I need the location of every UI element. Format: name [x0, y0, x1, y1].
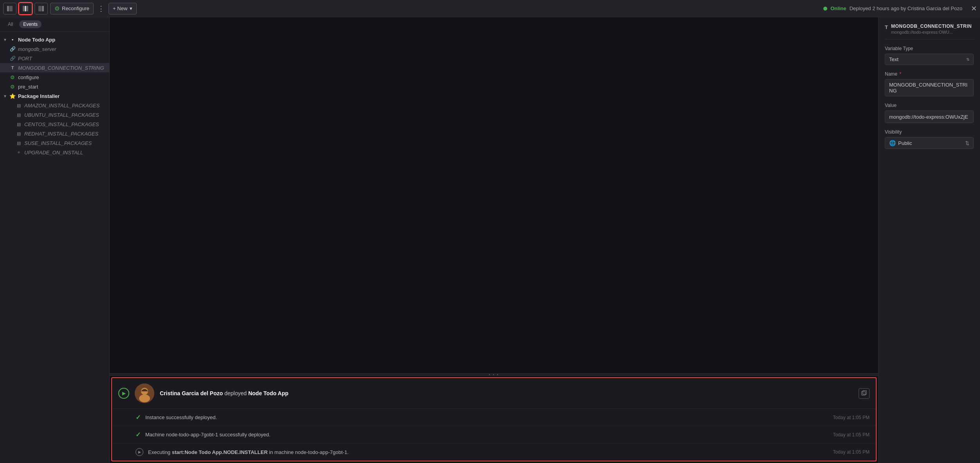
rp-name-input[interactable]: MONGODB_CONNECTION_STRING	[885, 79, 974, 96]
svg-point-9	[139, 394, 150, 402]
gear-icon-pre-start: ⚙	[9, 83, 16, 90]
tree-label-suse: SUSE_INSTALL_PACKAGES	[24, 140, 92, 146]
rp-visibility-select[interactable]: 🌐 Public ⇅	[885, 137, 974, 149]
tree-label-mongodb-server: mongodb_server	[18, 46, 56, 52]
chevron-down-icon: ▼	[3, 38, 7, 42]
play-button[interactable]: ▶	[118, 388, 129, 399]
avatar	[135, 383, 154, 403]
rp-value-input[interactable]: mongodb://todo-express:OWUxZjE	[885, 110, 974, 123]
right-panel: T MONGODB_CONNECTION_STRIN mongodb://tod…	[878, 17, 980, 463]
tree-centos[interactable]: ▤ CENTOS_INSTALL_PACKAGES	[0, 119, 109, 129]
center-panel-toggle[interactable]	[19, 3, 32, 14]
event-app: Node Todo App	[248, 390, 289, 396]
tree-label-upgrade: UPGRADE_ON_INSTALL	[24, 150, 83, 156]
globe-icon: 🌐	[889, 140, 896, 146]
rp-variable-type-field: Variable Type Text ⇅	[885, 46, 974, 65]
more-options-button[interactable]: ⋮	[96, 4, 106, 13]
events-panel: ▶ Cristina Garcia del Pozo	[111, 377, 877, 461]
tree-package-installer[interactable]: ▼ ⭐ Package Installer	[0, 91, 109, 101]
tree-label-port: PORT	[18, 56, 32, 61]
doc-icon-6: ≡	[16, 149, 22, 156]
reconfigure-gear-icon: ⚙	[54, 5, 60, 12]
tree-suse[interactable]: ▤ SUSE_INSTALL_PACKAGES	[0, 138, 109, 148]
tree-mongodb-conn[interactable]: T MONGODB_CONNECTION_STRING	[0, 63, 109, 72]
doc-icon-3: ▤	[16, 121, 22, 127]
center-area: • • • ▶	[110, 17, 878, 463]
left-panel-toggle[interactable]	[3, 3, 16, 14]
rp-select-arrows-icon: ⇅	[966, 57, 969, 61]
right-panel-toggle[interactable]	[34, 3, 48, 14]
rp-visibility-label: Visibility	[885, 129, 974, 135]
drag-handle[interactable]: • • •	[110, 373, 878, 376]
rp-header: T MONGODB_CONNECTION_STRIN mongodb://tod…	[885, 24, 974, 40]
tree-node-todo-app[interactable]: ▼ ▪ Node Todo App	[0, 35, 109, 44]
rp-title-area: MONGODB_CONNECTION_STRIN mongodb://todo-…	[891, 24, 972, 34]
rp-variable-type-select[interactable]: Text ⇅	[885, 54, 974, 65]
event-bold-text: start:Node Todo App.NODE.INSTALLER	[172, 449, 268, 455]
svg-rect-3	[25, 6, 26, 11]
new-label: + New	[113, 5, 127, 11]
check-icon-2: ✓	[136, 431, 141, 438]
doc-icon-2: ▤	[16, 112, 22, 118]
event-msg-3: Executing start:Node Todo App.NODE.INSTA…	[148, 449, 828, 455]
tree-label-pre-start: pre_start	[18, 84, 38, 90]
avatar-image	[135, 383, 154, 403]
close-button[interactable]: ✕	[971, 4, 977, 13]
topbar: ⚙ Reconfigure ⋮ + New ▾ Online Deployed …	[0, 0, 980, 17]
svg-rect-4	[27, 6, 28, 11]
event-main-row: ▶ Cristina Garcia del Pozo	[112, 378, 876, 409]
event-title: Cristina Garcia del Pozo deployed Node T…	[160, 390, 853, 396]
event-sub-row-3: ▶ Executing start:Node Todo App.NODE.INS…	[112, 443, 876, 461]
gear-icon-configure: ⚙	[9, 74, 16, 80]
rp-value-field: Value mongodb://todo-express:OWUxZjE	[885, 103, 974, 123]
tree-label-amazon: AMAZON_INSTALL_PACKAGES	[24, 103, 99, 109]
rp-type-icon: T	[885, 24, 888, 30]
new-button[interactable]: + New ▾	[108, 3, 137, 14]
tree-ubuntu[interactable]: ▤ UBUNTU_INSTALL_PACKAGES	[0, 110, 109, 119]
package-icon: ⭐	[9, 93, 16, 99]
rp-variable-type-label: Variable Type	[885, 46, 974, 51]
rp-visibility-arrows-icon: ⇅	[965, 140, 969, 146]
svg-rect-1	[9, 6, 13, 11]
svg-rect-5	[38, 6, 42, 11]
svg-rect-6	[42, 6, 44, 11]
event-time-1: Today at 1:05 PM	[833, 415, 870, 420]
tree-pre-start[interactable]: ⚙ pre_start	[0, 82, 109, 91]
event-msg-1: Instance successfully deployed.	[145, 414, 828, 420]
rp-variable-type-value: Text	[889, 56, 899, 62]
main-container: All Events ▼ ▪ Node Todo App 🔗 mongodb_s…	[0, 17, 980, 463]
tree-port[interactable]: 🔗 PORT	[0, 54, 109, 63]
tree-label-ubuntu: UBUNTU_INSTALL_PACKAGES	[24, 112, 99, 118]
drag-dots-icon: • • •	[489, 373, 499, 377]
tree-redhat[interactable]: ▤ REDHAT_INSTALL_PACKAGES	[0, 129, 109, 138]
svg-rect-2	[23, 6, 24, 11]
folder-icon: ▪	[9, 36, 16, 43]
reconfigure-button[interactable]: ⚙ Reconfigure	[50, 3, 94, 14]
rp-visibility-field: Visibility 🌐 Public ⇅	[885, 129, 974, 149]
event-username: Cristina Garcia del Pozo	[160, 390, 223, 396]
sidebar: All Events ▼ ▪ Node Todo App 🔗 mongodb_s…	[0, 17, 110, 463]
tree-upgrade[interactable]: ≡ UPGRADE_ON_INSTALL	[0, 148, 109, 157]
rp-value-label: Value	[885, 103, 974, 108]
status-description: Deployed 2 hours ago by Cristina Garcia …	[850, 5, 962, 11]
chevron-down-icon-2: ▼	[3, 94, 7, 98]
status-online-label: Online	[830, 5, 846, 11]
canvas-area	[110, 17, 878, 373]
tab-events[interactable]: Events	[19, 20, 42, 28]
link-icon-2: 🔗	[9, 55, 16, 61]
check-icon-1: ✓	[136, 414, 141, 421]
rp-name-label: Name *	[885, 71, 974, 77]
copy-icon	[861, 390, 867, 396]
event-action: deployed	[224, 390, 248, 396]
sidebar-tree: ▼ ▪ Node Todo App 🔗 mongodb_server 🔗 POR…	[0, 32, 109, 463]
event-msg-2: Machine node-todo-app-7gobt-1 successful…	[145, 432, 828, 438]
svg-rect-0	[7, 6, 9, 11]
tree-amazon[interactable]: ▤ AMAZON_INSTALL_PACKAGES	[0, 101, 109, 110]
rp-visibility-value: Public	[898, 140, 912, 146]
tree-mongodb-server[interactable]: 🔗 mongodb_server	[0, 44, 109, 54]
tree-configure[interactable]: ⚙ configure	[0, 72, 109, 82]
reconfigure-label: Reconfigure	[62, 5, 89, 11]
event-copy-button[interactable]	[859, 388, 870, 399]
tab-all[interactable]: All	[4, 20, 17, 28]
rp-required-star: *	[899, 71, 901, 77]
